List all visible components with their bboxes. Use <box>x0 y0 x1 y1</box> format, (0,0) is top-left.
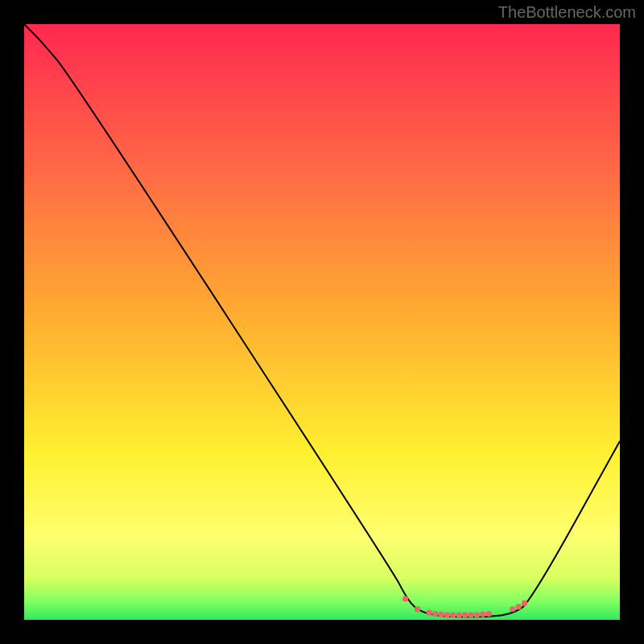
chart-curve-layer <box>24 24 620 620</box>
optimal-zone-markers <box>402 597 527 618</box>
marker-point <box>450 613 456 618</box>
marker-point <box>522 601 527 606</box>
marker-point <box>510 606 515 612</box>
bottleneck-curve <box>24 24 620 617</box>
marker-point <box>462 613 468 618</box>
chart-plot-area <box>24 24 620 620</box>
marker-point <box>516 604 522 609</box>
marker-point <box>427 610 432 616</box>
marker-point <box>480 612 485 617</box>
marker-point <box>456 613 462 618</box>
marker-point <box>486 611 492 617</box>
marker-point <box>444 613 450 618</box>
marker-point <box>432 611 438 617</box>
marker-point <box>439 612 444 617</box>
watermark-text: TheBottleneck.com <box>498 3 636 22</box>
marker-point <box>469 613 474 618</box>
marker-point <box>474 613 480 618</box>
marker-point <box>415 606 420 612</box>
marker-point <box>402 597 408 602</box>
